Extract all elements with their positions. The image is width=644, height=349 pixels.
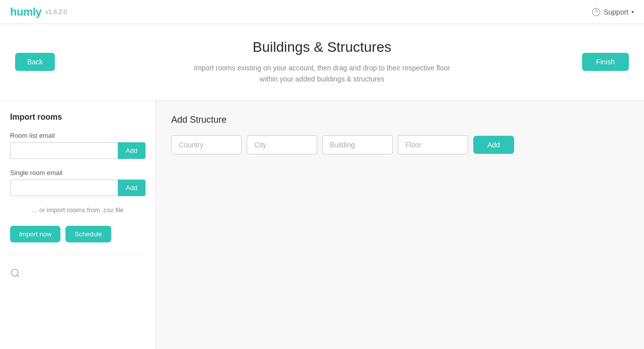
add-structure-button[interactable]: Add [473,136,514,154]
svg-point-2 [12,269,18,276]
room-list-email-group: Room list email Add [10,132,146,159]
room-list-email-input-row: Add [10,142,146,159]
page-title: Buildings & Structures [10,39,634,55]
csv-label: ... or import rooms from .csv file [10,206,146,214]
room-list-add-button[interactable]: Add [118,142,146,159]
import-row: Import now Schedule [10,226,146,242]
single-room-email-group: Single room email Add [10,169,146,196]
country-input[interactable] [171,135,242,154]
navbar-left: humly v1.6.2.0 [10,6,67,19]
search-icon [10,268,20,278]
chevron-down-icon: ▾ [631,9,634,15]
add-structure-row: Add [171,135,629,154]
svg-line-3 [17,275,19,277]
sidebar: Import rooms Room list email Add Single … [0,101,156,349]
room-list-email-input[interactable] [10,142,118,159]
subtitle-line1: Import rooms existing on your account, t… [194,64,450,72]
version-label: v1.6.2.0 [45,9,67,16]
room-list-email-label: Room list email [10,132,146,139]
main-layout: Import rooms Room list email Add Single … [0,101,644,349]
navbar: humly v1.6.2.0 Support ▾ [0,0,644,24]
logo: humly [10,6,41,19]
sidebar-divider [10,254,146,255]
single-room-add-button[interactable]: Add [118,180,146,196]
single-room-email-input[interactable] [10,180,118,196]
search-container[interactable] [10,268,146,278]
support-menu[interactable]: Support ▾ [592,8,634,17]
page-subtitle: Import rooms existing on your account, t… [10,62,634,85]
subtitle-line2: within your added buildings & structures [260,75,384,83]
floor-input[interactable] [398,135,468,154]
building-input[interactable] [322,135,393,154]
support-label: Support [604,8,628,16]
import-now-button[interactable]: Import now [10,226,60,242]
back-button[interactable]: Back [15,53,55,71]
sidebar-title: Import rooms [10,113,146,122]
schedule-button[interactable]: Schedule [65,226,111,242]
single-room-email-input-row: Add [10,180,146,196]
add-structure-title: Add Structure [171,115,629,125]
city-input[interactable] [247,135,317,154]
page-header: Back Buildings & Structures Import rooms… [0,24,644,101]
single-room-email-label: Single room email [10,169,146,177]
content-area: Add Structure Add [156,101,644,349]
finish-button[interactable]: Finish [582,53,629,71]
support-icon [592,8,601,17]
